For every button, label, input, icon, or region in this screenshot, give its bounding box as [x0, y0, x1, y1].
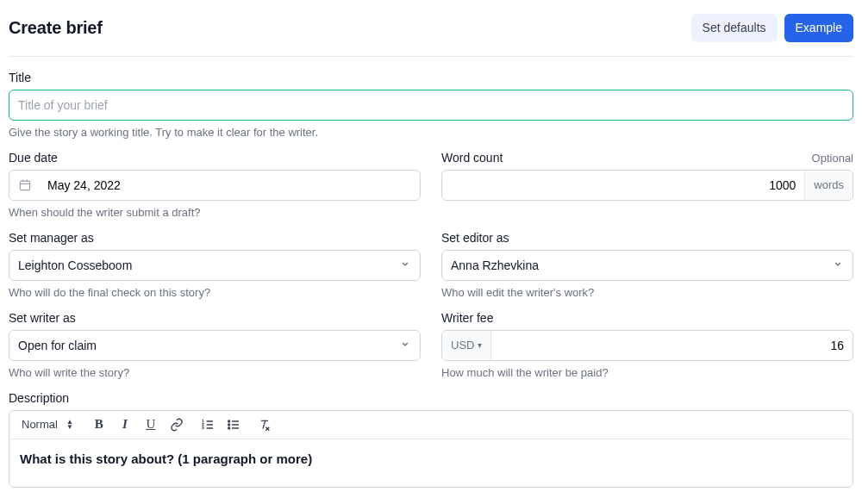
editor-helper: Who will edit the writer's work?	[441, 286, 853, 299]
manager-label: Set manager as	[9, 231, 421, 245]
due-date-group: Due date When should the writer submit a…	[9, 151, 421, 219]
svg-point-14	[228, 424, 229, 426]
set-defaults-button[interactable]: Set defaults	[691, 14, 778, 42]
editor-group: Set editor as Anna Rzhevkina Who will ed…	[441, 231, 853, 299]
description-label: Description	[9, 391, 853, 405]
title-group: Title Give the story a working title. Tr…	[9, 71, 853, 139]
word-count-group: Word count Optional words	[441, 151, 853, 219]
calendar-icon	[9, 171, 39, 200]
manager-helper: Who will do the final check on this stor…	[9, 286, 421, 299]
fee-group: Writer fee USD ▾ How much will the write…	[441, 311, 853, 379]
header-actions: Set defaults Example	[691, 14, 853, 42]
editor-select[interactable]: Anna Rzhevkina	[441, 250, 853, 281]
clear-format-button[interactable]	[256, 416, 273, 433]
description-group: Description Normal ▲▼ B I U 123	[9, 391, 853, 488]
manager-select[interactable]: Leighton Cosseboom	[9, 250, 421, 281]
svg-point-13	[228, 420, 229, 422]
format-value: Normal	[22, 418, 58, 431]
sort-arrows-icon: ▲▼	[66, 420, 73, 430]
writer-label: Set writer as	[9, 311, 421, 325]
fee-label: Writer fee	[441, 311, 853, 325]
page-title: Create brief	[9, 18, 103, 38]
chevron-down-icon	[832, 258, 844, 272]
form-grid: Title Give the story a working title. Tr…	[9, 71, 853, 488]
list-group: 123	[199, 416, 242, 433]
editor-content: What is this story about? (1 paragraph o…	[20, 451, 312, 466]
link-button[interactable]	[168, 416, 185, 433]
due-date-helper: When should the writer submit a draft?	[9, 206, 421, 219]
currency-selector[interactable]: USD ▾	[442, 331, 491, 360]
writer-helper: Who will write the story?	[9, 366, 421, 379]
word-count-input-wrap: words	[441, 170, 853, 201]
manager-group: Set manager as Leighton Cosseboom Who wi…	[9, 231, 421, 299]
rich-editor: Normal ▲▼ B I U 123	[9, 410, 853, 488]
chevron-down-icon	[399, 338, 411, 352]
editor-body[interactable]: What is this story about? (1 paragraph o…	[9, 439, 853, 487]
writer-value: Open for claim	[18, 339, 97, 352]
writer-group: Set writer as Open for claim Who will wr…	[9, 311, 421, 379]
editor-toolbar: Normal ▲▼ B I U 123	[9, 411, 853, 439]
svg-rect-0	[20, 181, 29, 190]
page-header: Create brief Set defaults Example	[9, 14, 853, 57]
editor-label: Set editor as	[441, 231, 853, 245]
due-date-input[interactable]	[39, 171, 420, 200]
writer-select[interactable]: Open for claim	[9, 330, 421, 361]
form-footer: Cancel Save	[9, 488, 853, 504]
word-count-input[interactable]	[442, 171, 804, 200]
chevron-down-icon	[399, 258, 411, 272]
ordered-list-button[interactable]: 123	[199, 416, 216, 433]
svg-point-15	[228, 427, 229, 429]
title-input[interactable]	[9, 90, 853, 121]
word-count-unit: words	[804, 171, 853, 200]
title-helper: Give the story a working title. Try to m…	[9, 126, 853, 139]
due-date-label: Due date	[9, 151, 421, 165]
chevron-down-icon: ▾	[478, 340, 482, 350]
fee-helper: How much will the writer be paid?	[441, 366, 853, 379]
title-label: Title	[9, 71, 853, 84]
manager-value: Leighton Cosseboom	[18, 258, 132, 272]
word-count-label: Word count	[441, 151, 503, 165]
format-selector[interactable]: Normal ▲▼	[18, 416, 77, 432]
fee-input[interactable]	[491, 331, 853, 360]
due-date-input-wrap[interactable]	[9, 170, 421, 201]
word-count-helper	[441, 206, 853, 219]
bullet-list-button[interactable]	[225, 416, 242, 433]
clear-group	[256, 416, 273, 433]
bold-button[interactable]: B	[91, 416, 108, 433]
currency-value: USD	[451, 339, 474, 352]
editor-value: Anna Rzhevkina	[451, 258, 539, 272]
italic-button[interactable]: I	[116, 416, 134, 433]
text-style-group: B I U	[91, 416, 185, 433]
word-count-optional: Optional	[812, 152, 853, 165]
underline-button[interactable]: U	[142, 416, 159, 433]
example-button[interactable]: Example	[784, 14, 853, 42]
svg-line-16	[263, 420, 265, 428]
fee-input-wrap: USD ▾	[441, 330, 853, 361]
svg-text:3: 3	[202, 426, 204, 430]
